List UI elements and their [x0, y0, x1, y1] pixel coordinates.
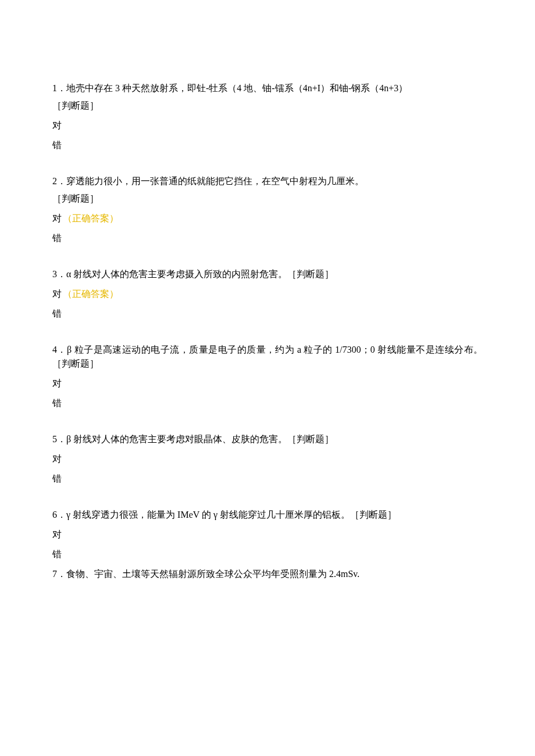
- question-2: 2．穿透能力很小，用一张普通的纸就能把它挡住，在空气中射程为几厘米。 ［判断题］…: [52, 174, 483, 245]
- question-number: 5: [52, 434, 57, 444]
- question-6: 6．γ 射线穿透力很强，能量为 IMeV 的 γ 射线能穿过几十厘米厚的铝板。［…: [52, 508, 483, 581]
- question-text: 6．γ 射线穿透力很强，能量为 IMeV 的 γ 射线能穿过几十厘米厚的铝板。［…: [52, 508, 483, 522]
- option-label: 对: [52, 289, 62, 299]
- question-text: 5．β 射线对人体的危害主要考虑对眼晶体、皮肤的危害。［判断题］: [52, 432, 483, 446]
- option-true: 对: [52, 528, 483, 542]
- question-number: 6: [52, 510, 57, 519]
- option-label: 错: [52, 474, 62, 483]
- question-7-stem: 7．食物、宇宙、土壤等天然辐射源所致全球公众平均年受照剂量为 2.4mSv.: [52, 567, 483, 581]
- option-false: 错: [52, 547, 483, 561]
- option-false: 错: [52, 396, 483, 410]
- question-line-1: ．地壳中存在 3 种天然放射系，即钍-牡系（4 地、铀-镭系（4n+I）和铀-钢…: [57, 83, 408, 93]
- question-number: 4: [52, 345, 57, 354]
- option-label: 对: [52, 213, 62, 223]
- option-true: 对（正确答案）: [52, 212, 483, 225]
- question-text: 2．穿透能力很小，用一张普通的纸就能把它挡住，在空气中射程为几厘米。: [52, 174, 483, 188]
- question-4: 4．β 粒子是高速运动的电子流，质量是电子的质量，约为 a 粒子的 1/7300…: [52, 343, 483, 410]
- option-label: 错: [52, 549, 62, 559]
- option-label: 错: [52, 309, 62, 318]
- question-number: 7: [52, 569, 57, 579]
- option-false: 错: [52, 472, 483, 486]
- question-line-1: ．穿透能力很小，用一张普通的纸就能把它挡住，在空气中射程为几厘米。: [57, 176, 364, 186]
- option-label: 对: [52, 454, 62, 464]
- question-tag: ［判断题］: [52, 192, 483, 206]
- option-false: 错: [52, 231, 483, 245]
- question-text: 1．地壳中存在 3 种天然放射系，即钍-牡系（4 地、铀-镭系（4n+I）和铀-…: [52, 81, 483, 95]
- question-number: 2: [52, 176, 57, 186]
- correct-answer-mark: （正确答案）: [63, 289, 119, 299]
- correct-answer-mark: （正确答案）: [63, 213, 119, 223]
- option-label: 对: [52, 529, 62, 539]
- option-true: 对: [52, 452, 483, 466]
- question-line-1: ．α 射线对人体的危害主要考虑摄入所致的内照射危害。［判断题］: [57, 269, 334, 279]
- question-line-1: ．γ 射线穿透力很强，能量为 IMeV 的 γ 射线能穿过几十厘米厚的铝板。［判…: [57, 510, 397, 519]
- option-true: 对: [52, 377, 483, 390]
- option-label: 对: [52, 120, 62, 130]
- question-3: 3．α 射线对人体的危害主要考虑摄入所致的内照射危害。［判断题］ 对（正确答案）…: [52, 267, 483, 321]
- question-1: 1．地壳中存在 3 种天然放射系，即钍-牡系（4 地、铀-镭系（4n+I）和铀-…: [52, 81, 483, 152]
- question-5: 5．β 射线对人体的危害主要考虑对眼晶体、皮肤的危害。［判断题］ 对 错: [52, 432, 483, 486]
- question-line-1: ．β 射线对人体的危害主要考虑对眼晶体、皮肤的危害。［判断题］: [57, 434, 334, 444]
- question-text: 3．α 射线对人体的危害主要考虑摄入所致的内照射危害。［判断题］: [52, 267, 483, 281]
- option-true: 对: [52, 119, 483, 132]
- question-number: 1: [52, 83, 57, 93]
- option-false: 错: [52, 138, 483, 152]
- option-true: 对（正确答案）: [52, 287, 483, 301]
- question-number: 3: [52, 269, 57, 279]
- option-false: 错: [52, 307, 483, 321]
- option-label: 对: [52, 378, 62, 388]
- document-page: 1．地壳中存在 3 种天然放射系，即钍-牡系（4 地、铀-镭系（4n+I）和铀-…: [0, 0, 535, 756]
- option-label: 错: [52, 140, 62, 150]
- question-text: 4．β 粒子是高速运动的电子流，质量是电子的质量，约为 a 粒子的 1/7300…: [52, 343, 483, 371]
- question-line-1: ．β 粒子是高速运动的电子流，质量是电子的质量，约为 a 粒子的 1/7300；…: [52, 345, 483, 368]
- question-tag: ［判断题］: [52, 99, 483, 113]
- question-line-1: ．食物、宇宙、土壤等天然辐射源所致全球公众平均年受照剂量为 2.4mSv.: [57, 569, 359, 579]
- option-label: 错: [52, 398, 62, 408]
- option-label: 错: [52, 233, 62, 243]
